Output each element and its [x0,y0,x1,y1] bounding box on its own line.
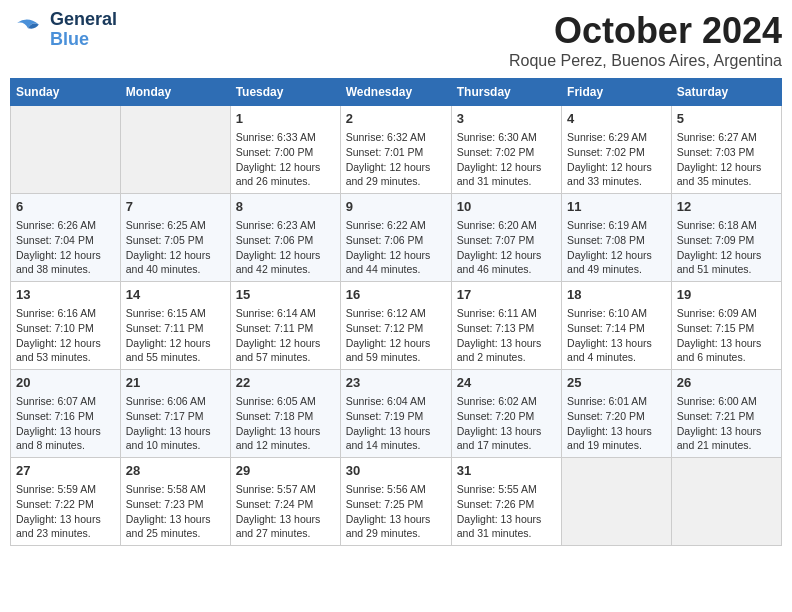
logo: GeneralBlue [10,10,117,50]
calendar-week-row: 6Sunrise: 6:26 AM Sunset: 7:04 PM Daylig… [11,194,782,282]
day-info: Sunrise: 6:25 AM Sunset: 7:05 PM Dayligh… [126,218,225,277]
calendar-cell [671,458,781,546]
day-number: 23 [346,374,446,392]
month-title: October 2024 [509,10,782,52]
day-number: 26 [677,374,776,392]
day-info: Sunrise: 6:07 AM Sunset: 7:16 PM Dayligh… [16,394,115,453]
calendar-cell: 21Sunrise: 6:06 AM Sunset: 7:17 PM Dayli… [120,370,230,458]
svg-rect-0 [10,12,46,48]
day-number: 24 [457,374,556,392]
day-number: 15 [236,286,335,304]
day-header-tuesday: Tuesday [230,79,340,106]
calendar-cell: 27Sunrise: 5:59 AM Sunset: 7:22 PM Dayli… [11,458,121,546]
day-number: 11 [567,198,666,216]
calendar-cell: 30Sunrise: 5:56 AM Sunset: 7:25 PM Dayli… [340,458,451,546]
calendar-cell: 20Sunrise: 6:07 AM Sunset: 7:16 PM Dayli… [11,370,121,458]
day-info: Sunrise: 6:11 AM Sunset: 7:13 PM Dayligh… [457,306,556,365]
day-info: Sunrise: 5:58 AM Sunset: 7:23 PM Dayligh… [126,482,225,541]
calendar-cell: 8Sunrise: 6:23 AM Sunset: 7:06 PM Daylig… [230,194,340,282]
calendar-table: SundayMondayTuesdayWednesdayThursdayFrid… [10,78,782,546]
calendar-cell: 22Sunrise: 6:05 AM Sunset: 7:18 PM Dayli… [230,370,340,458]
day-number: 6 [16,198,115,216]
calendar-cell: 6Sunrise: 6:26 AM Sunset: 7:04 PM Daylig… [11,194,121,282]
day-number: 20 [16,374,115,392]
day-info: Sunrise: 6:26 AM Sunset: 7:04 PM Dayligh… [16,218,115,277]
day-number: 10 [457,198,556,216]
location-subtitle: Roque Perez, Buenos Aires, Argentina [509,52,782,70]
calendar-cell: 18Sunrise: 6:10 AM Sunset: 7:14 PM Dayli… [562,282,672,370]
logo-text: GeneralBlue [50,10,117,50]
day-number: 21 [126,374,225,392]
calendar-cell [11,106,121,194]
calendar-cell: 11Sunrise: 6:19 AM Sunset: 7:08 PM Dayli… [562,194,672,282]
day-number: 29 [236,462,335,480]
day-info: Sunrise: 6:30 AM Sunset: 7:02 PM Dayligh… [457,130,556,189]
calendar-cell: 28Sunrise: 5:58 AM Sunset: 7:23 PM Dayli… [120,458,230,546]
calendar-week-row: 1Sunrise: 6:33 AM Sunset: 7:00 PM Daylig… [11,106,782,194]
day-info: Sunrise: 6:15 AM Sunset: 7:11 PM Dayligh… [126,306,225,365]
day-info: Sunrise: 6:20 AM Sunset: 7:07 PM Dayligh… [457,218,556,277]
calendar-cell: 23Sunrise: 6:04 AM Sunset: 7:19 PM Dayli… [340,370,451,458]
day-info: Sunrise: 6:33 AM Sunset: 7:00 PM Dayligh… [236,130,335,189]
calendar-cell: 1Sunrise: 6:33 AM Sunset: 7:00 PM Daylig… [230,106,340,194]
calendar-cell: 2Sunrise: 6:32 AM Sunset: 7:01 PM Daylig… [340,106,451,194]
day-number: 7 [126,198,225,216]
day-info: Sunrise: 6:06 AM Sunset: 7:17 PM Dayligh… [126,394,225,453]
calendar-cell: 4Sunrise: 6:29 AM Sunset: 7:02 PM Daylig… [562,106,672,194]
day-number: 4 [567,110,666,128]
calendar-cell [120,106,230,194]
day-number: 19 [677,286,776,304]
calendar-cell: 10Sunrise: 6:20 AM Sunset: 7:07 PM Dayli… [451,194,561,282]
day-number: 30 [346,462,446,480]
day-info: Sunrise: 6:18 AM Sunset: 7:09 PM Dayligh… [677,218,776,277]
day-header-saturday: Saturday [671,79,781,106]
day-info: Sunrise: 6:14 AM Sunset: 7:11 PM Dayligh… [236,306,335,365]
day-header-monday: Monday [120,79,230,106]
calendar-header-row: SundayMondayTuesdayWednesdayThursdayFrid… [11,79,782,106]
calendar-week-row: 27Sunrise: 5:59 AM Sunset: 7:22 PM Dayli… [11,458,782,546]
day-info: Sunrise: 5:57 AM Sunset: 7:24 PM Dayligh… [236,482,335,541]
day-number: 13 [16,286,115,304]
day-number: 1 [236,110,335,128]
day-info: Sunrise: 6:01 AM Sunset: 7:20 PM Dayligh… [567,394,666,453]
day-info: Sunrise: 6:10 AM Sunset: 7:14 PM Dayligh… [567,306,666,365]
calendar-cell: 24Sunrise: 6:02 AM Sunset: 7:20 PM Dayli… [451,370,561,458]
calendar-cell: 26Sunrise: 6:00 AM Sunset: 7:21 PM Dayli… [671,370,781,458]
day-info: Sunrise: 6:19 AM Sunset: 7:08 PM Dayligh… [567,218,666,277]
day-number: 8 [236,198,335,216]
page-header: GeneralBlue October 2024 Roque Perez, Bu… [10,10,782,70]
day-number: 3 [457,110,556,128]
calendar-cell: 31Sunrise: 5:55 AM Sunset: 7:26 PM Dayli… [451,458,561,546]
calendar-cell: 15Sunrise: 6:14 AM Sunset: 7:11 PM Dayli… [230,282,340,370]
calendar-cell: 5Sunrise: 6:27 AM Sunset: 7:03 PM Daylig… [671,106,781,194]
calendar-cell: 17Sunrise: 6:11 AM Sunset: 7:13 PM Dayli… [451,282,561,370]
calendar-week-row: 20Sunrise: 6:07 AM Sunset: 7:16 PM Dayli… [11,370,782,458]
day-number: 22 [236,374,335,392]
day-info: Sunrise: 5:59 AM Sunset: 7:22 PM Dayligh… [16,482,115,541]
calendar-cell: 19Sunrise: 6:09 AM Sunset: 7:15 PM Dayli… [671,282,781,370]
day-info: Sunrise: 6:00 AM Sunset: 7:21 PM Dayligh… [677,394,776,453]
day-number: 5 [677,110,776,128]
day-info: Sunrise: 6:09 AM Sunset: 7:15 PM Dayligh… [677,306,776,365]
day-number: 12 [677,198,776,216]
day-info: Sunrise: 6:29 AM Sunset: 7:02 PM Dayligh… [567,130,666,189]
calendar-cell: 16Sunrise: 6:12 AM Sunset: 7:12 PM Dayli… [340,282,451,370]
day-info: Sunrise: 6:27 AM Sunset: 7:03 PM Dayligh… [677,130,776,189]
day-number: 25 [567,374,666,392]
title-area: October 2024 Roque Perez, Buenos Aires, … [509,10,782,70]
day-header-friday: Friday [562,79,672,106]
day-info: Sunrise: 6:32 AM Sunset: 7:01 PM Dayligh… [346,130,446,189]
day-number: 31 [457,462,556,480]
calendar-cell: 7Sunrise: 6:25 AM Sunset: 7:05 PM Daylig… [120,194,230,282]
day-number: 27 [16,462,115,480]
calendar-week-row: 13Sunrise: 6:16 AM Sunset: 7:10 PM Dayli… [11,282,782,370]
calendar-cell: 3Sunrise: 6:30 AM Sunset: 7:02 PM Daylig… [451,106,561,194]
calendar-cell: 9Sunrise: 6:22 AM Sunset: 7:06 PM Daylig… [340,194,451,282]
day-info: Sunrise: 5:56 AM Sunset: 7:25 PM Dayligh… [346,482,446,541]
calendar-cell: 12Sunrise: 6:18 AM Sunset: 7:09 PM Dayli… [671,194,781,282]
day-header-sunday: Sunday [11,79,121,106]
day-info: Sunrise: 6:22 AM Sunset: 7:06 PM Dayligh… [346,218,446,277]
calendar-cell [562,458,672,546]
day-number: 17 [457,286,556,304]
day-header-thursday: Thursday [451,79,561,106]
